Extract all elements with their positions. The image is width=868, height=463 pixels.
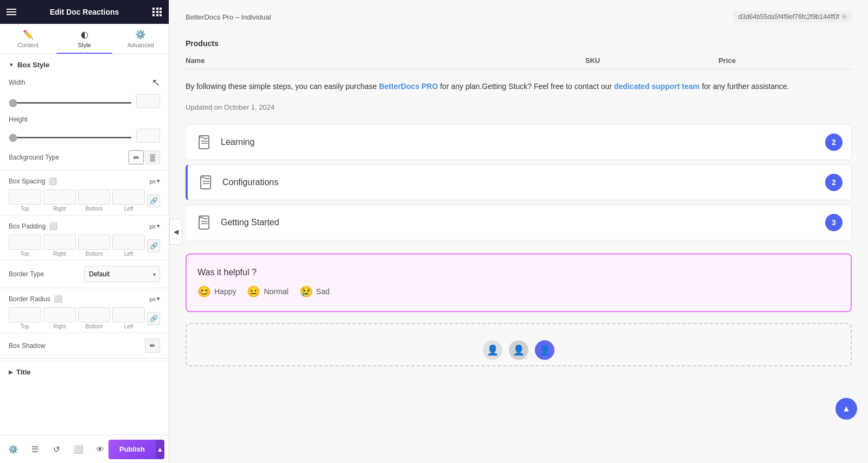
settings-icon-btn[interactable]: ⚙️ bbox=[4, 441, 22, 458]
support-link[interactable]: dedicated support team bbox=[614, 82, 700, 91]
spacing-top-box: Top bbox=[9, 189, 41, 212]
padding-top-label: Top bbox=[21, 251, 29, 257]
doc-list-item-getting-started[interactable]: Getting Started 3 bbox=[186, 205, 852, 240]
panel-collapse-arrow[interactable]: ◀ bbox=[169, 219, 182, 245]
height-slider-row bbox=[0, 126, 169, 147]
betterdocs-link[interactable]: BetterDocs PRO bbox=[379, 82, 438, 91]
radius-top-box: Top bbox=[9, 307, 41, 329]
spacing-right-box: Right bbox=[43, 189, 76, 212]
bg-classic-btn[interactable]: ✏ bbox=[129, 150, 144, 164]
sad-label: Sad bbox=[316, 287, 330, 296]
spacing-top-input[interactable] bbox=[9, 189, 41, 205]
width-input[interactable] bbox=[136, 94, 160, 108]
doc-list: Learning 2 Configurations 2 bbox=[186, 124, 852, 240]
padding-right-input[interactable] bbox=[43, 234, 76, 250]
border-type-row: Border Type Default None Solid Double Do… bbox=[0, 263, 169, 286]
radius-top-label: Top bbox=[21, 324, 29, 329]
publish-btn-wrap[interactable]: Publish ▲ bbox=[108, 440, 164, 459]
spacing-bottom-label: Bottom bbox=[86, 206, 103, 212]
padding-link-btn[interactable]: 🔗 bbox=[147, 239, 160, 252]
products-section: Products Name SKU Price bbox=[186, 39, 852, 69]
spacing-bottom-box: Bottom bbox=[78, 189, 111, 212]
box-style-label: Box Style bbox=[17, 61, 49, 69]
reaction-box: Was it helpful ? 😊 Happy 😐 Normal 😢 Sad bbox=[186, 253, 852, 312]
happy-label: Happy bbox=[214, 287, 236, 296]
doc-list-item-learning[interactable]: Learning 2 bbox=[186, 124, 852, 160]
tab-style[interactable]: ◐ Style bbox=[56, 24, 113, 54]
padding-monitor-icon: ⬜ bbox=[49, 222, 58, 230]
radius-right-input[interactable] bbox=[43, 307, 76, 322]
box-style-section-header[interactable]: ▼ Box Style bbox=[0, 54, 169, 73]
width-slider[interactable] bbox=[9, 102, 132, 104]
spacing-right-input[interactable] bbox=[43, 189, 76, 205]
padding-unit-select[interactable]: px ▾ bbox=[149, 223, 160, 230]
style-tab-icon: ◐ bbox=[81, 29, 88, 40]
doc-icon-getting-started bbox=[195, 213, 214, 232]
width-label: Width bbox=[9, 79, 25, 86]
title-arrow: ▶ bbox=[9, 369, 13, 375]
title-section-header[interactable]: ▶ Title bbox=[9, 368, 160, 376]
reaction-title: Was it helpful ? bbox=[197, 268, 840, 277]
padding-right-box: Right bbox=[43, 234, 76, 257]
scroll-top-button[interactable]: ▲ bbox=[835, 398, 857, 420]
doc-badge-configurations: 2 bbox=[825, 174, 843, 191]
spacing-top-label: Top bbox=[21, 206, 29, 212]
left-panel: Edit Doc Reactions ✏️ Content ◐ Style ⚙️… bbox=[0, 0, 169, 463]
spacing-left-input[interactable] bbox=[112, 189, 145, 205]
border-radius-inputs: Top Right Bottom Left 🔗 bbox=[0, 305, 169, 331]
doc-badge-learning: 2 bbox=[825, 134, 843, 151]
tab-content[interactable]: ✏️ Content bbox=[0, 24, 56, 54]
license-name: BetterDocs Pro – Individual bbox=[186, 13, 271, 21]
doc-list-item-configurations[interactable]: Configurations 2 bbox=[186, 164, 852, 200]
bg-type-buttons: ✏ ▒ bbox=[129, 150, 160, 164]
width-slider-row bbox=[0, 92, 169, 112]
spacing-bottom-input[interactable] bbox=[78, 189, 111, 205]
tab-advanced[interactable]: ⚙️ Advanced bbox=[112, 24, 169, 54]
circle-purple: 👤 bbox=[535, 340, 554, 360]
radius-bottom-input[interactable] bbox=[78, 307, 111, 322]
bg-gradient-btn[interactable]: ▒ bbox=[145, 150, 160, 164]
box-shadow-edit-btn[interactable]: ✏ bbox=[145, 339, 160, 353]
radius-link-btn[interactable]: 🔗 bbox=[147, 312, 160, 325]
padding-left-input[interactable] bbox=[112, 234, 145, 250]
height-slider[interactable] bbox=[9, 137, 132, 138]
border-radius-unit-select[interactable]: px ▾ bbox=[149, 295, 160, 302]
spacing-link-btn[interactable]: 🔗 bbox=[147, 194, 160, 207]
padding-bottom-box: Bottom bbox=[78, 234, 111, 257]
reaction-normal[interactable]: 😐 Normal bbox=[247, 285, 288, 298]
radius-top-input[interactable] bbox=[9, 307, 41, 322]
radius-right-label: Right bbox=[53, 324, 66, 329]
border-type-select[interactable]: Default None Solid Double Dotted Dashed bbox=[84, 266, 160, 282]
grid-icon[interactable] bbox=[152, 8, 162, 16]
responsive-icon-btn[interactable]: ⬜ bbox=[69, 441, 87, 458]
preview-icon-btn[interactable]: 👁 bbox=[91, 441, 108, 458]
doc-header-row: BetterDocs Pro – Individual d3d64b55da5f… bbox=[186, 11, 852, 28]
spacing-unit-value: px bbox=[149, 178, 156, 185]
publish-button[interactable]: Publish bbox=[108, 445, 156, 453]
padding-top-input[interactable] bbox=[9, 234, 41, 250]
height-input[interactable] bbox=[136, 129, 160, 143]
reaction-happy[interactable]: 😊 Happy bbox=[197, 285, 236, 298]
layers-icon-btn[interactable]: ☰ bbox=[26, 441, 43, 458]
border-radius-unit-value: px bbox=[149, 296, 156, 302]
radius-bottom-box: Bottom bbox=[78, 307, 111, 329]
divider-2 bbox=[0, 215, 169, 215]
radius-left-input[interactable] bbox=[112, 307, 145, 322]
reaction-options: 😊 Happy 😐 Normal 😢 Sad bbox=[197, 285, 840, 298]
box-padding-label: Box Padding bbox=[9, 223, 46, 230]
divider-3 bbox=[0, 260, 169, 261]
border-radius-header: Border Radius ⬜ px ▾ bbox=[0, 290, 169, 305]
padding-bottom-input[interactable] bbox=[78, 234, 111, 250]
hash-copy-icon[interactable]: ⎘ bbox=[843, 13, 846, 21]
border-radius-label-row: Border Radius ⬜ bbox=[9, 295, 62, 303]
description-text: By following these simple steps, you can… bbox=[186, 80, 852, 92]
reaction-sad[interactable]: 😢 Sad bbox=[299, 285, 330, 298]
publish-arrow-btn[interactable]: ▲ bbox=[156, 440, 164, 459]
padding-unit-arrow: ▾ bbox=[157, 223, 160, 230]
hamburger-menu[interactable] bbox=[7, 9, 16, 15]
spacing-unit-select[interactable]: px ▾ bbox=[149, 177, 160, 185]
border-radius-label: Border Radius bbox=[9, 295, 50, 303]
height-slider-wrap bbox=[9, 131, 132, 141]
padding-left-box: Left bbox=[112, 234, 145, 257]
history-icon-btn[interactable]: ↺ bbox=[48, 441, 65, 458]
